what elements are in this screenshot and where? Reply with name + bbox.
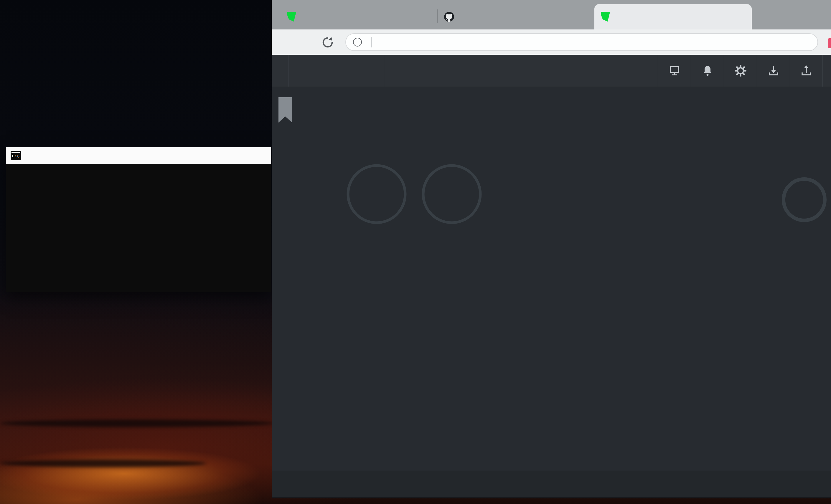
gauge-ticks	[627, 163, 689, 225]
legend-item-softirq[interactable]	[810, 396, 831, 406]
cloud-band	[0, 459, 206, 467]
monitor-icon	[668, 64, 681, 77]
gear-icon	[734, 64, 747, 77]
github-favicon-icon	[444, 12, 454, 22]
terminal-titlebar[interactable]	[6, 147, 271, 164]
legend-item-iowait[interactable]	[810, 435, 831, 445]
cpu-chart-canvas	[328, 378, 808, 472]
gauge-start-dot	[449, 163, 454, 168]
gauge-used-ram[interactable]	[779, 175, 829, 225]
settings-button[interactable]	[724, 55, 757, 87]
cpu-text-line	[315, 308, 831, 321]
cpu-description	[315, 281, 831, 361]
site-info-icon[interactable]	[353, 38, 362, 47]
legend-swatch	[810, 418, 818, 422]
cpu-text-line	[315, 335, 831, 348]
netdata-navbar	[272, 55, 831, 87]
import-snapshot-button[interactable]	[757, 55, 790, 87]
tab-friendlywrt-1[interactable]	[281, 4, 437, 29]
alarms-button[interactable]	[691, 55, 724, 87]
browser-window	[272, 0, 831, 498]
cpu-text-line	[315, 321, 831, 335]
legend-item-nice[interactable]	[810, 425, 831, 435]
gauge-cpu[interactable]	[495, 150, 613, 239]
window-edge	[272, 497, 831, 498]
export-snapshot-button[interactable]	[790, 55, 823, 87]
new-tab-button[interactable]	[762, 8, 777, 23]
gauge-net-inbound[interactable]	[627, 163, 689, 225]
gauge-ticks	[779, 175, 829, 225]
cpu-fan-gauge	[495, 150, 613, 239]
signin-banner	[272, 471, 831, 498]
gauge-net-outbound[interactable]	[701, 163, 764, 225]
desktop-wallpaper	[0, 0, 831, 504]
gauge-disk-write[interactable]	[413, 156, 490, 232]
print-dashboard-button[interactable]	[658, 55, 691, 87]
download-icon	[767, 64, 780, 77]
legend-swatch	[810, 399, 818, 403]
legend-swatch	[810, 428, 818, 432]
address-bar[interactable]	[345, 33, 818, 51]
cpu-text-line	[315, 295, 831, 308]
gauge-disk-read[interactable]	[338, 156, 415, 232]
legend-swatch	[810, 409, 818, 412]
cpu-text-line	[315, 281, 831, 295]
softirq-sparkline-chart[interactable]	[316, 335, 392, 349]
netdata-favicon-icon	[601, 12, 610, 22]
cpu-text-line	[315, 348, 831, 361]
cpu-chart[interactable]	[328, 378, 808, 472]
legend-item-system[interactable]	[810, 415, 831, 425]
tab-github[interactable]	[438, 4, 594, 29]
brand-menu-button[interactable]	[288, 55, 384, 87]
gauge-start-dot	[374, 163, 379, 168]
terminal-output[interactable]	[6, 164, 271, 292]
omnibox-separator	[371, 37, 372, 48]
terminal-window[interactable]	[6, 147, 271, 292]
cmd-icon	[10, 151, 21, 160]
browser-toolbar	[272, 29, 831, 55]
netdata-page	[272, 55, 831, 498]
tab-strip	[272, 0, 831, 29]
upload-icon	[800, 64, 813, 77]
reload-button[interactable]	[321, 36, 334, 49]
netdata-favicon-icon	[287, 12, 296, 22]
bookmark-icon	[279, 97, 292, 122]
iowait-sparkline-chart[interactable]	[316, 311, 405, 320]
chart-legend	[810, 396, 831, 445]
bell-icon	[701, 64, 714, 77]
legend-item-user[interactable]	[810, 406, 831, 415]
cloud-band	[0, 419, 274, 427]
extension-icon[interactable]	[828, 38, 831, 48]
tab-friendlywrt-2-active[interactable]	[594, 4, 752, 29]
gauge-ticks	[701, 163, 764, 225]
legend-swatch	[810, 438, 818, 442]
